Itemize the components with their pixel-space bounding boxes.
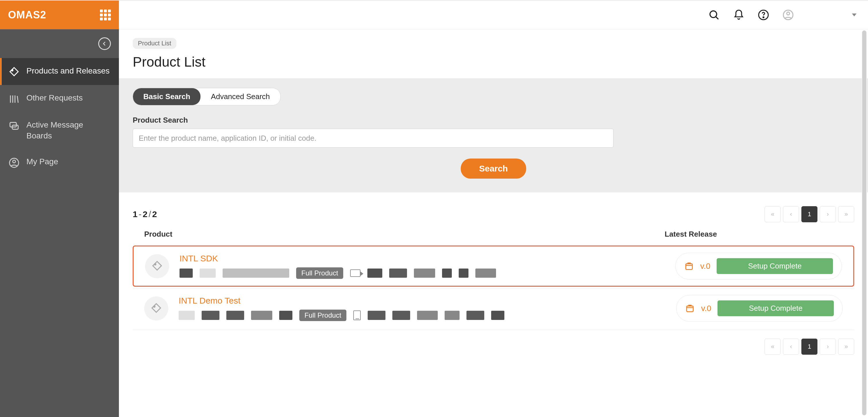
search-button[interactable]: Search [461, 159, 526, 179]
package-icon [684, 261, 694, 271]
profile-icon[interactable] [782, 9, 794, 21]
product-meta: Full Product [179, 310, 676, 321]
sidebar: OMAS2 Products and Releases Other Reque [0, 1, 119, 417]
sidebar-item-label: Active Message Boards [26, 120, 110, 141]
topbar [119, 1, 868, 29]
product-badge: Full Product [296, 267, 343, 279]
product-meta: Full Product [180, 267, 675, 279]
count-from: 1 [133, 210, 137, 219]
sidebar-item-message-boards[interactable]: Active Message Boards [0, 112, 119, 149]
product-search-input[interactable] [133, 129, 614, 148]
table-row[interactable]: INTL SDK Full Product [133, 246, 854, 287]
table-row[interactable]: INTL Demo Test Full Product [133, 288, 854, 328]
pager-page-1[interactable]: 1 [801, 339, 817, 355]
product-name[interactable]: INTL SDK [180, 254, 675, 263]
svg-rect-11 [686, 264, 692, 269]
product-badge: Full Product [299, 310, 346, 321]
redacted [392, 311, 410, 320]
svg-point-10 [155, 263, 156, 265]
user-icon [9, 157, 20, 168]
pager-bottom: « ‹ 1 › » [765, 339, 854, 355]
device-icon [353, 311, 361, 320]
page-title: Product List [133, 54, 854, 70]
svg-point-5 [710, 11, 717, 17]
pager-bottom-row: « ‹ 1 › » [119, 330, 868, 363]
pager-first[interactable]: « [765, 339, 781, 355]
library-icon [9, 94, 20, 104]
breadcrumb[interactable]: Product List [133, 38, 176, 49]
redacted [445, 311, 460, 320]
col-release: Latest Release [664, 230, 843, 239]
redacted [414, 268, 435, 278]
apps-grid-icon[interactable] [100, 9, 111, 21]
pager-next[interactable]: › [820, 339, 836, 355]
results: 1-2/2 « ‹ 1 › » Product Latest Release [119, 192, 868, 330]
collapse-sidebar-icon[interactable] [98, 37, 111, 50]
status-badge: Setup Complete [717, 300, 834, 316]
main: Product List Product List Basic Search A… [119, 1, 868, 417]
status-badge: Setup Complete [717, 258, 833, 274]
pager-last[interactable]: » [838, 206, 854, 222]
pager-prev[interactable]: ‹ [783, 339, 799, 355]
svg-point-0 [11, 69, 13, 71]
tag-icon [9, 67, 20, 77]
redacted [367, 268, 382, 278]
redacted [179, 311, 195, 320]
release-card[interactable]: v.0 Setup Complete [676, 295, 843, 322]
chat-icon [9, 121, 20, 131]
table-header: Product Latest Release [133, 222, 854, 244]
redacted [223, 268, 289, 278]
release-version: v.0 [701, 304, 711, 313]
pager-top: « ‹ 1 › » [765, 206, 854, 222]
camera-icon [350, 269, 361, 277]
pager-last[interactable]: » [838, 339, 854, 355]
tab-basic-search[interactable]: Basic Search [133, 88, 200, 105]
redacted [202, 311, 219, 320]
redacted [466, 311, 484, 320]
redacted [459, 268, 468, 278]
help-icon[interactable] [758, 9, 769, 21]
product-icon [144, 296, 168, 321]
redacted [180, 268, 193, 278]
bell-icon[interactable] [733, 9, 744, 21]
svg-rect-13 [687, 306, 693, 312]
scrollbar[interactable] [862, 30, 867, 415]
sidebar-item-label: Products and Releases [26, 65, 110, 76]
svg-point-4 [13, 160, 16, 163]
content-header: Product List Product List [119, 29, 868, 79]
redacted [442, 268, 452, 278]
package-icon [685, 303, 695, 313]
pager-page-1[interactable]: 1 [801, 206, 817, 222]
redacted [475, 268, 496, 278]
sidebar-collapse-row [0, 29, 119, 58]
search-icon[interactable] [708, 9, 720, 21]
col-product: Product [144, 230, 664, 239]
svg-point-7 [763, 17, 764, 18]
redacted [417, 311, 438, 320]
sidebar-nav: Products and Releases Other Requests Act… [0, 58, 119, 176]
redacted [491, 311, 504, 320]
search-label: Product Search [133, 116, 854, 125]
search-tabs: Basic Search Advanced Search [133, 88, 281, 105]
sidebar-item-products-releases[interactable]: Products and Releases [0, 58, 119, 85]
brand-name: OMAS2 [8, 9, 46, 21]
pager-next[interactable]: › [820, 206, 836, 222]
brand-bar: OMAS2 [0, 1, 119, 29]
sidebar-item-my-page[interactable]: My Page [0, 149, 119, 176]
product-icon [145, 254, 169, 278]
release-card[interactable]: v.0 Setup Complete [675, 253, 842, 280]
sidebar-item-label: Other Requests [26, 93, 83, 103]
tab-advanced-search[interactable]: Advanced Search [200, 88, 280, 105]
redacted [251, 311, 272, 320]
sidebar-item-other-requests[interactable]: Other Requests [0, 85, 119, 112]
product-name[interactable]: INTL Demo Test [179, 296, 676, 306]
svg-point-9 [787, 12, 789, 15]
pager-prev[interactable]: ‹ [783, 206, 799, 222]
redacted [279, 311, 292, 320]
count-to: 2 [143, 210, 148, 219]
user-menu-caret-icon[interactable] [852, 13, 857, 17]
results-count: 1-2/2 [133, 210, 157, 219]
pager-first[interactable]: « [765, 206, 781, 222]
redacted [368, 311, 385, 320]
svg-point-12 [154, 306, 155, 307]
